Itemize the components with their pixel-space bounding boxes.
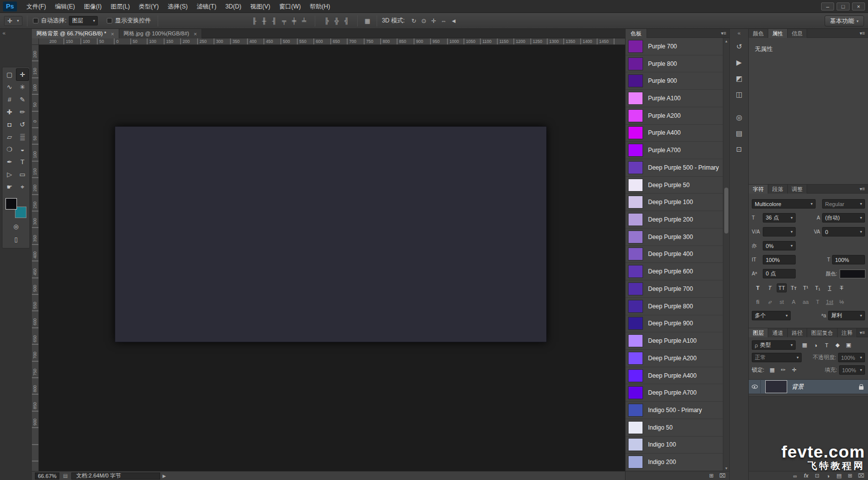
tab-adjustments[interactable]: 调整 xyxy=(788,185,807,194)
faux-italic-icon[interactable]: T xyxy=(765,283,775,292)
zoom-tool[interactable]: ⌖ xyxy=(16,181,29,193)
distribute-left-edges-icon[interactable]: ╠ xyxy=(321,16,331,26)
scrollbar-thumb[interactable] xyxy=(724,188,728,234)
panel-menu-icon[interactable]: ▾≡ xyxy=(860,186,868,192)
foreground-color-well[interactable] xyxy=(5,198,17,210)
tab-color[interactable]: 颜色 xyxy=(749,29,768,38)
standard-ligatures-icon[interactable]: fi xyxy=(753,297,763,306)
brush-tool[interactable]: ✏ xyxy=(16,106,29,118)
tracking-select[interactable]: 0 xyxy=(822,227,865,237)
rectangular-marquee-tool[interactable]: ▢ xyxy=(3,68,16,81)
lock-position-icon[interactable]: ✛ xyxy=(789,366,799,375)
swatch-row[interactable]: Deep Purple A200 xyxy=(626,350,723,367)
move-tool[interactable]: ✛ xyxy=(16,68,29,81)
vertical-ruler[interactable]: 2001501005005010015020025030035040045050… xyxy=(32,45,39,471)
styles-panel-icon[interactable]: ◩ xyxy=(732,72,747,85)
menu-item[interactable]: 选择(S) xyxy=(163,0,192,13)
swatch-row[interactable]: Deep Purple 900 xyxy=(626,315,723,333)
all-caps-icon[interactable]: TT xyxy=(777,283,787,292)
canvas-pasteboard[interactable] xyxy=(39,45,625,471)
tab-info[interactable]: 信息 xyxy=(788,29,807,38)
titling-alternates-icon[interactable]: T xyxy=(813,297,823,306)
superscript-icon[interactable]: T¹ xyxy=(801,283,811,292)
lock-transparent-pixels-icon[interactable]: ▦ xyxy=(767,366,777,375)
swatch-row[interactable]: Purple A200 xyxy=(626,107,723,125)
fill-field[interactable]: 100% xyxy=(839,365,865,375)
scroll-down-icon[interactable]: ▼ xyxy=(723,465,729,471)
history-brush-tool[interactable]: ↺ xyxy=(16,118,29,131)
swatch-row[interactable]: Deep Purple 500 - Primary xyxy=(626,159,723,177)
opacity-field[interactable]: 100% xyxy=(838,353,865,362)
3d-drag-icon[interactable]: ✛ xyxy=(429,16,438,26)
filter-smart-objects-icon[interactable]: ▣ xyxy=(844,341,854,350)
menu-item[interactable]: 视图(V) xyxy=(246,0,275,13)
history-panel-icon[interactable]: ↺ xyxy=(732,40,747,53)
document-tab[interactable]: 网格.jpg @ 100%(RGB/8#) × xyxy=(119,29,202,38)
tab-swatches[interactable]: 色板 xyxy=(626,29,647,38)
lock-image-pixels-icon[interactable]: ✏ xyxy=(778,366,788,375)
status-options-icon[interactable]: ▤ xyxy=(63,473,67,479)
font-style-select[interactable]: Regular xyxy=(822,199,865,209)
align-bottom-edges-icon[interactable]: ╧ xyxy=(299,16,309,26)
current-tool-preset-button[interactable]: ✛ xyxy=(4,16,22,26)
panel-menu-icon[interactable]: ▾≡ xyxy=(721,30,729,36)
blend-mode-dropdown[interactable]: 正常 xyxy=(752,353,802,362)
filter-type-layers-icon[interactable]: T xyxy=(822,341,832,350)
delete-swatch-icon[interactable]: ⌧ xyxy=(717,473,727,479)
contextual-alternates-icon[interactable]: ℯ xyxy=(765,297,775,306)
filter-adjustment-layers-icon[interactable]: ◑ xyxy=(811,341,821,350)
tab-character[interactable]: 字符 xyxy=(749,185,768,194)
menu-item[interactable]: 3D(D) xyxy=(221,0,246,13)
hand-tool[interactable]: ☛ xyxy=(3,181,16,193)
crop-tool[interactable]: # xyxy=(3,93,16,106)
new-layer-icon[interactable]: ⊞ xyxy=(845,473,855,479)
3d-scale-icon[interactable]: ◄ xyxy=(448,16,458,26)
delete-layer-icon[interactable]: ⌧ xyxy=(856,473,866,479)
gradient-tool[interactable]: ▒ xyxy=(16,131,29,143)
stylistic-alternates-icon[interactable]: aa xyxy=(801,297,811,306)
auto-select-checkbox[interactable] xyxy=(33,18,38,23)
swatches-scrollbar[interactable]: ▲ ▼ xyxy=(723,38,729,471)
tab-layers[interactable]: 图层 xyxy=(749,328,768,337)
spot-healing-brush-tool[interactable]: ✚ xyxy=(3,106,16,118)
align-right-edges-icon[interactable]: ╢ xyxy=(269,16,279,26)
3d-rotate-icon[interactable]: ↻ xyxy=(409,16,419,26)
swatch-row[interactable]: Purple A100 xyxy=(626,90,723,107)
layer-filter-type-dropdown[interactable]: ρ 类型 xyxy=(752,340,796,350)
swatch-row[interactable]: Deep Purple 200 xyxy=(626,211,723,229)
vertical-scale-field[interactable]: 100% xyxy=(763,255,796,264)
clone-stamp-tool[interactable]: ◘ xyxy=(3,118,16,131)
swash-icon[interactable]: A xyxy=(789,297,799,306)
small-caps-icon[interactable]: Tᴛ xyxy=(789,283,799,292)
distribute-centers-icon[interactable]: ╬ xyxy=(331,16,341,26)
swatch-row[interactable]: Purple A400 xyxy=(626,125,723,142)
menu-item[interactable]: 文件(F) xyxy=(22,0,50,13)
panel-menu-icon[interactable]: ▾≡ xyxy=(860,330,868,335)
auto-select-target-dropdown[interactable]: 图层 xyxy=(69,16,98,25)
tool-presets-panel-icon[interactable]: ⊡ xyxy=(732,143,747,156)
dodge-tool[interactable]: ◒ xyxy=(16,143,29,156)
new-adjustment-layer-icon[interactable]: ◑ xyxy=(823,473,833,479)
link-layers-icon[interactable]: ∞ xyxy=(790,473,800,479)
leading-select[interactable]: (自动) xyxy=(822,213,865,223)
tab-paths[interactable]: 路径 xyxy=(788,328,807,337)
menu-item[interactable]: 类型(Y) xyxy=(134,0,163,13)
align-vertical-centers-icon[interactable]: ╪ xyxy=(289,16,299,26)
swatch-row[interactable]: Purple 700 xyxy=(626,38,723,55)
kerning-select[interactable] xyxy=(763,227,796,237)
show-transform-controls-checkbox[interactable] xyxy=(107,18,112,23)
strikethrough-icon[interactable]: T xyxy=(837,283,847,292)
collapse-tools-icon[interactable]: « xyxy=(0,29,32,37)
horizontal-ruler[interactable]: 2001501005005010015020025030035040045050… xyxy=(32,38,625,45)
close-button[interactable]: × xyxy=(852,2,865,10)
baseline-shift-field[interactable]: 0 点 xyxy=(763,269,796,278)
tab-channels[interactable]: 通道 xyxy=(768,328,788,337)
path-selection-tool[interactable]: ▷ xyxy=(3,168,16,181)
close-tab-icon[interactable]: × xyxy=(194,31,197,37)
close-tab-icon[interactable]: × xyxy=(111,31,114,37)
layer-thumbnail[interactable] xyxy=(765,380,787,393)
new-swatch-icon[interactable]: ⊞ xyxy=(706,473,716,479)
anti-alias-select[interactable]: 犀利 xyxy=(828,311,865,320)
minimize-button[interactable]: – xyxy=(821,2,834,10)
layer-effects-icon[interactable]: fx xyxy=(801,473,811,479)
